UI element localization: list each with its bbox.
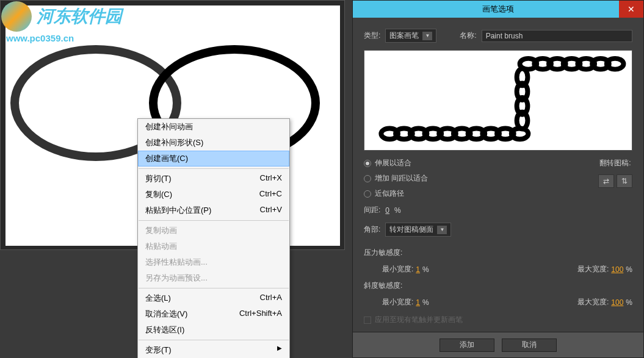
radio-icon	[364, 160, 371, 167]
name-label: 名称:	[460, 30, 476, 41]
watermark-url: www.pc0359.cn	[6, 33, 122, 43]
corner-label: 角部:	[364, 224, 380, 235]
type-select[interactable]: 图案画笔 ▼	[385, 29, 436, 43]
watermark: 河东软件园 www.pc0359.cn	[1, 1, 122, 43]
menu-paste-center[interactable]: 粘贴到中心位置(P)Ctrl+V	[138, 202, 289, 218]
watermark-text: 河东软件园	[37, 5, 122, 28]
tilt-title: 斜度敏感度:	[364, 281, 632, 291]
max-width-label: 最大宽度:	[577, 264, 609, 274]
tilt-min-width-value[interactable]: 1	[416, 298, 420, 307]
menu-invert-selection[interactable]: 反转选区(I)	[138, 322, 289, 338]
min-width-label: 最小宽度:	[382, 264, 413, 274]
gap-value[interactable]: 0	[385, 206, 389, 215]
flip-vertical-button[interactable]: ⇅	[617, 174, 632, 188]
flip-h-icon: ⇄	[603, 177, 609, 185]
flip-label: 翻转图稿:	[599, 158, 631, 168]
pressure-title: 压力敏感度:	[364, 248, 632, 258]
radio-icon	[364, 190, 371, 198]
chevron-down-icon: ▼	[422, 32, 432, 40]
menu-create-tween-animation[interactable]: 创建补间动画	[138, 119, 289, 135]
tilt-max-width-label: 最大宽度:	[577, 297, 609, 307]
pressure-max-width-value[interactable]: 100	[611, 265, 623, 274]
menu-create-brush[interactable]: 创建画笔(C)	[138, 151, 289, 166]
flip-v-icon: ⇅	[621, 177, 628, 185]
chevron-down-icon: ▼	[437, 226, 447, 234]
radio-approx[interactable]: 近似路径	[364, 188, 428, 199]
close-button[interactable]: ✕	[619, 1, 643, 18]
tilt-min-width-label: 最小宽度:	[382, 297, 413, 307]
dialog-title: 画笔选项	[482, 4, 514, 15]
close-icon: ✕	[628, 4, 635, 14]
name-input[interactable]: Paint brush	[482, 30, 632, 42]
corner-select[interactable]: 转对图稿侧面 ▼	[385, 223, 451, 237]
dialog-footer: 添加 取消	[353, 332, 643, 357]
submenu-arrow-icon: ▶	[277, 345, 282, 356]
menu-transform[interactable]: 变形(T)▶	[138, 342, 289, 358]
flip-horizontal-button[interactable]: ⇄	[598, 174, 614, 188]
menu-select-all[interactable]: 全选(L)Ctrl+A	[138, 290, 289, 306]
menu-separator	[139, 220, 289, 221]
context-menu: 创建补间动画 创建补间形状(S) 创建画笔(C) 剪切(T)Ctrl+X 复制(…	[137, 118, 290, 358]
menu-cut[interactable]: 剪切(T)Ctrl+X	[138, 171, 289, 187]
menu-deselect-all[interactable]: 取消全选(V)Ctrl+Shift+A	[138, 306, 289, 322]
dialog-titlebar[interactable]: 画笔选项 ✕	[353, 1, 643, 18]
gap-label: 间距:	[364, 205, 380, 215]
menu-separator	[139, 288, 289, 288]
radio-spacing[interactable]: 增加 间距以适合	[364, 173, 428, 184]
menu-save-animation-preset: 另存为动画预设...	[138, 270, 289, 286]
menu-create-tween-shape[interactable]: 创建补间形状(S)	[138, 135, 289, 151]
radio-icon	[364, 175, 371, 182]
menu-separator	[139, 168, 289, 169]
menu-copy-animation: 复制动画	[138, 223, 289, 238]
tilt-max-width-value[interactable]: 100	[611, 298, 623, 307]
apply-checkbox-row: 应用至现有笔触并更新画笔	[364, 315, 632, 325]
menu-paste-animation: 粘贴动画	[138, 238, 289, 254]
add-button[interactable]: 添加	[440, 338, 494, 352]
apply-checkbox	[364, 317, 371, 324]
type-label: 类型:	[364, 30, 380, 41]
watermark-logo-icon	[1, 1, 32, 32]
menu-copy[interactable]: 复制(C)Ctrl+C	[138, 187, 289, 202]
brush-preview	[364, 50, 632, 151]
brush-options-dialog: 画笔选项 ✕ 类型: 图案画笔 ▼ 名称: Paint brush	[352, 0, 644, 358]
menu-separator	[139, 340, 289, 340]
pressure-min-width-value[interactable]: 1	[416, 265, 420, 274]
radio-stretch[interactable]: 伸展以适合	[364, 158, 428, 168]
menu-paste-special-animation: 选择性粘贴动画...	[138, 254, 289, 270]
cancel-button[interactable]: 取消	[502, 338, 557, 352]
